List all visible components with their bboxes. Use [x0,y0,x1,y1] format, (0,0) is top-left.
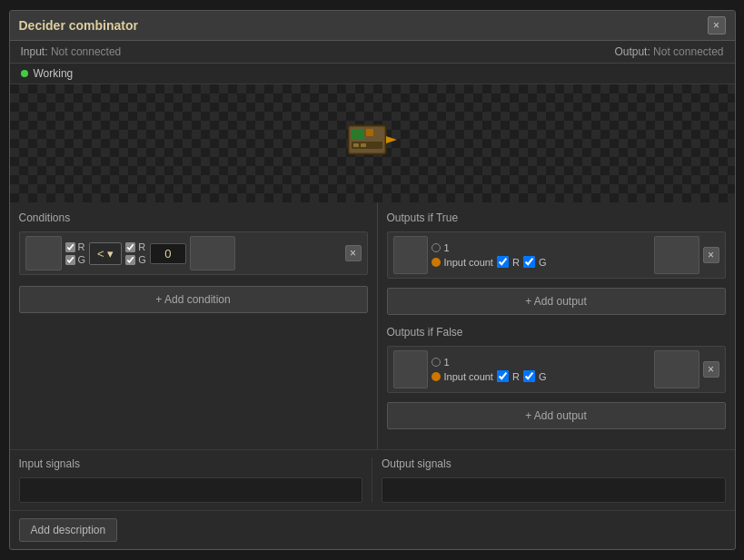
output-false-count-row: 1 [432,357,650,368]
output-true-count-row: 1 [432,242,650,253]
add-description-button[interactable]: Add description [19,518,118,542]
output-value: Not connected [653,45,723,58]
condition-row: R G < ▾ R G [19,231,368,275]
preview-area [10,84,735,202]
check-r-true[interactable] [497,256,509,268]
status-dot [21,70,28,77]
input-label: Input: [21,45,48,58]
output-true-remove[interactable]: × [703,247,719,263]
label-r-right: R [138,241,145,252]
checkbox-group-right: R G [125,241,146,265]
output-true-row: 1 Input count R G × [387,231,726,279]
output-true-signal[interactable] [393,236,428,274]
svg-rect-2 [352,129,364,140]
svg-marker-7 [386,136,397,143]
decider-combinator-window: Decider combinator × Input: Not connecte… [9,10,736,550]
input-signals-title: Input signals [19,457,363,470]
add-condition-button[interactable]: + Add condition [19,286,368,313]
checkbox-group-left: R G [65,241,86,265]
output-label: Output: [614,45,650,58]
outputs-true-section: Outputs if True 1 Input count R [387,211,726,315]
checkbox-r-left[interactable]: R [65,241,86,252]
outputs-false-section: Outputs if False 1 Input count R [387,326,726,429]
input-signals-display [19,477,363,503]
check-g-false[interactable] [523,370,535,382]
condition-remove-button[interactable]: × [345,245,362,261]
condition-value-input[interactable] [150,243,186,264]
outputs-panel: Outputs if True 1 Input count R [378,202,735,449]
bottom-bar: Add description [10,510,735,549]
output-false-remove[interactable]: × [703,361,719,378]
label-r-true: R [512,257,520,268]
condition-signal-right[interactable] [190,236,235,270]
check-g-true[interactable] [523,256,535,268]
label-g-right: G [138,254,146,265]
svg-rect-6 [361,143,366,147]
label-r-false: R [512,371,520,382]
input-signals-panel: Input signals [19,457,372,503]
checkbox-g-right[interactable]: G [125,254,146,265]
outputs-false-title: Outputs if False [387,326,726,339]
output-true-count: 1 [444,242,450,253]
condition-signal-left[interactable] [25,236,62,270]
checkbox-r-right[interactable]: R [125,241,146,252]
input-connection: Input: Not connected [21,45,122,58]
svg-rect-3 [366,129,373,136]
label-g-true: G [539,257,547,268]
label-g-false: G [539,371,547,382]
window-title: Decider combinator [19,18,138,33]
checkbox-g-left[interactable]: G [65,254,86,265]
check-r-false[interactable] [497,370,509,382]
status-bar: Working [10,64,735,84]
title-bar: Decider combinator × [10,11,735,41]
combinator-icon [348,122,397,158]
signals-section: Input signals Output signals [10,449,735,510]
conditions-panel: Conditions R G < ▾ [10,202,378,449]
add-output-true-button[interactable]: + Add output [387,288,726,315]
status-label: Working [34,67,74,80]
main-content: Conditions R G < ▾ [10,202,735,449]
check-g-left[interactable] [65,255,75,265]
output-signals-display [382,477,726,503]
output-false-signal-right[interactable] [654,350,699,388]
add-output-false-button[interactable]: + Add output [387,402,726,429]
output-true-input-row: Input count R G [432,256,650,268]
output-false-signal[interactable] [393,350,428,388]
operator-button[interactable]: < ▾ [89,242,122,265]
output-true-signal-right[interactable] [654,236,699,274]
output-signals-panel: Output signals [372,457,726,503]
label-g-left: G [78,254,86,265]
output-false-input-count: Input count [444,371,493,382]
output-false-count: 1 [444,357,450,368]
outputs-true-title: Outputs if True [387,211,726,224]
output-true-info: 1 Input count R G [432,242,650,268]
output-false-row: 1 Input count R G × [387,346,726,393]
status-working: Working [21,67,724,80]
input-value: Not connected [51,45,121,58]
connection-bar: Input: Not connected Output: Not connect… [10,41,735,64]
output-false-input-row: Input count R G [432,370,650,382]
output-connection: Output: Not connected [614,45,723,58]
label-r-left: R [78,241,85,252]
radio-dot-false[interactable] [432,358,441,367]
check-r-right[interactable] [125,242,135,252]
check-g-right[interactable] [125,255,135,265]
orange-dot-true [432,258,441,267]
conditions-title: Conditions [19,211,368,224]
output-true-input-count: Input count [444,257,493,268]
radio-dot-true[interactable] [432,243,441,252]
orange-dot-false [432,372,441,381]
check-r-left[interactable] [65,242,75,252]
output-false-info: 1 Input count R G [432,357,650,382]
combinator-sprite [348,122,397,158]
output-signals-title: Output signals [382,457,726,470]
close-button[interactable]: × [708,16,726,34]
svg-rect-5 [353,143,359,147]
